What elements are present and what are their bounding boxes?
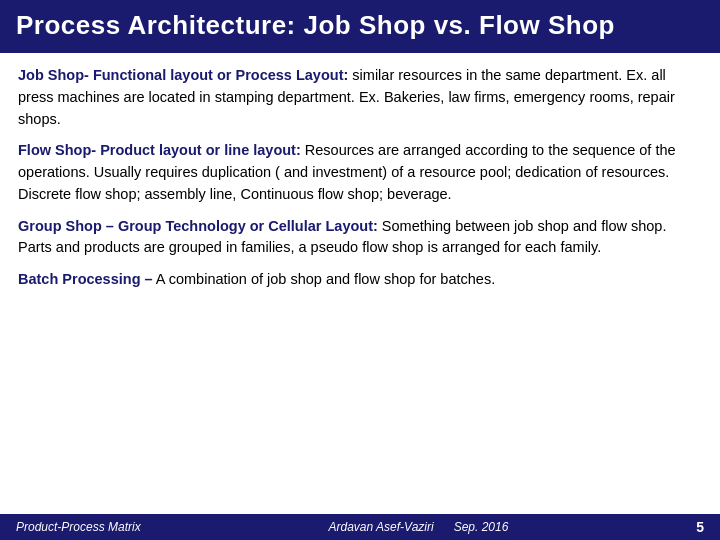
job-shop-keyword: Job Shop- Functional layout or Process L… [18, 67, 348, 83]
content-area: Job Shop- Functional layout or Process L… [0, 53, 720, 514]
group-shop-paragraph: Group Shop – Group Technology or Cellula… [18, 216, 702, 260]
slide-footer: Product-Process Matrix Ardavan Asef-Vazi… [0, 514, 720, 540]
group-shop-keyword: Group Shop – Group Technology or Cellula… [18, 218, 378, 234]
flow-shop-paragraph: Flow Shop- Product layout or line layout… [18, 140, 702, 205]
footer-left: Product-Process Matrix [16, 520, 141, 534]
batch-keyword: Batch Processing – [18, 271, 153, 287]
flow-shop-keyword: Flow Shop- Product layout or line layout… [18, 142, 301, 158]
footer-date: Sep. 2016 [454, 520, 509, 534]
job-shop-paragraph: Job Shop- Functional layout or Process L… [18, 65, 702, 130]
slide-title: Process Architecture: Job Shop vs. Flow … [0, 0, 720, 53]
batch-processing-paragraph: Batch Processing – A combination of job … [18, 269, 702, 291]
footer-center: Ardavan Asef-Vaziri Sep. 2016 [329, 520, 509, 534]
slide-container: Process Architecture: Job Shop vs. Flow … [0, 0, 720, 540]
footer-page-number: 5 [696, 519, 704, 535]
title-text: Process Architecture: Job Shop vs. Flow … [16, 10, 615, 40]
footer-author: Ardavan Asef-Vaziri [329, 520, 434, 534]
batch-text: A combination of job shop and flow shop … [153, 271, 496, 287]
